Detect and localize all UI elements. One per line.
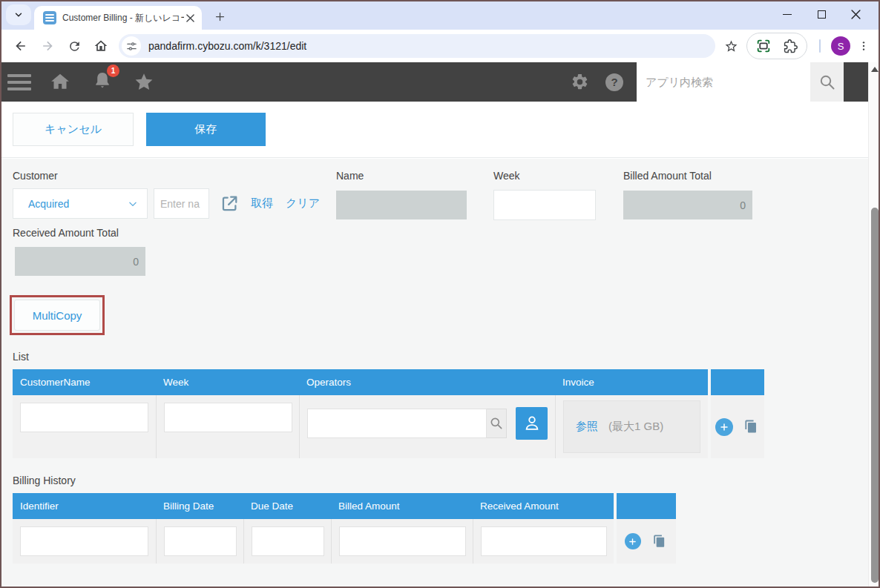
kintone-app-favicon — [43, 11, 56, 24]
billed-amount-total-field: 0 — [623, 191, 752, 219]
column-header: Due Date — [243, 493, 331, 519]
list-table-row: 参照 (最大1 GB) — [13, 395, 708, 458]
tab-search-button[interactable] — [6, 4, 31, 25]
browser-toolbar: pandafirm.cybozu.com/k/3121/edit S — [0, 30, 880, 62]
customer-name-lookup-input[interactable] — [154, 188, 209, 219]
multicopy-highlight-annotation: MultiCopy — [10, 295, 105, 335]
customer-status-value: Acquired — [28, 198, 128, 210]
search-button[interactable] — [810, 62, 844, 102]
site-settings-icon[interactable] — [122, 36, 141, 56]
invoice-attachment-zone: 参照 (最大1 GB) — [563, 400, 700, 453]
extensions-puzzle-icon[interactable] — [781, 37, 799, 55]
received-amount-total-label: Received Amount Total — [13, 227, 119, 239]
list-customername-input[interactable] — [20, 403, 148, 432]
browser-tab[interactable]: Customer Billing - 新しいレコード — [34, 6, 202, 30]
minimize-button[interactable] — [770, 3, 804, 25]
gear-icon[interactable] — [571, 73, 589, 91]
notification-badge: 1 — [107, 65, 119, 77]
column-header: Received Amount — [473, 493, 614, 519]
copy-row-icon[interactable] — [651, 532, 669, 550]
window-controls — [770, 3, 873, 25]
bh-billing-date-input[interactable] — [164, 526, 237, 556]
lookup-fetch-link[interactable]: 取得 — [251, 196, 273, 211]
week-input[interactable] — [493, 190, 596, 220]
forward-icon[interactable] — [37, 36, 58, 56]
column-header: Billed Amount — [331, 493, 473, 519]
favorites-star-icon[interactable] — [134, 72, 154, 93]
back-icon[interactable] — [10, 36, 31, 56]
billed-amount-total-label: Billed Amount Total — [623, 170, 752, 182]
app-search-input[interactable] — [637, 62, 810, 102]
invoice-size-limit: (最大1 GB) — [608, 420, 663, 434]
copy-row-icon[interactable] — [743, 418, 761, 436]
home-icon[interactable] — [91, 36, 111, 56]
list-table-header: CustomerName Week Operators Invoice — [13, 369, 708, 395]
invoice-browse-link[interactable]: 参照 — [576, 420, 598, 434]
address-bar[interactable]: pandafirm.cybozu.com/k/3121/edit — [119, 34, 715, 58]
hamburger-menu-icon[interactable] — [7, 74, 31, 90]
received-amount-total-field: 0 — [15, 247, 145, 276]
reload-icon[interactable] — [64, 36, 85, 56]
bh-received-amount-input[interactable] — [481, 526, 607, 556]
multicopy-button[interactable]: MultiCopy — [14, 300, 100, 331]
close-window-button[interactable] — [838, 3, 873, 25]
bh-billed-amount-input[interactable] — [339, 526, 466, 556]
billing-history-row — [13, 519, 614, 564]
billing-history-table: Identifier Billing Date Due Date Billed … — [13, 493, 676, 564]
toolbar-extensions-pill — [746, 33, 807, 59]
column-header: Billing Date — [156, 493, 243, 519]
tab-title: Customer Billing - 新しいレコード — [62, 12, 184, 24]
column-header: Week — [156, 369, 299, 395]
url-text: pandafirm.cybozu.com/k/3121/edit — [148, 40, 708, 52]
record-form: Customer Acquired 取得 クリア Name Week Bille… — [0, 159, 868, 588]
chevron-down-icon — [13, 10, 24, 20]
page-scrollbar[interactable] — [868, 62, 880, 588]
record-action-bar: キャンセル 保存 — [0, 102, 868, 158]
save-button[interactable]: 保存 — [146, 113, 266, 146]
maximize-button[interactable] — [804, 3, 838, 25]
column-header: Invoice — [555, 369, 708, 395]
list-operators-input[interactable] — [307, 409, 487, 438]
column-header: Identifier — [13, 493, 156, 519]
week-label: Week — [493, 170, 596, 182]
billing-history-row-actions — [617, 493, 676, 564]
notifications-bell-icon[interactable]: 1 — [92, 70, 113, 94]
list-row-actions — [711, 369, 764, 458]
open-in-new-window-icon[interactable] — [220, 194, 240, 214]
new-tab-button[interactable] — [211, 7, 229, 25]
portal-home-icon[interactable] — [49, 71, 71, 93]
list-section-title: List — [13, 351, 29, 363]
name-readonly-field — [336, 191, 467, 219]
add-row-icon[interactable] — [715, 418, 733, 436]
profile-avatar[interactable]: S — [831, 36, 850, 56]
lookup-clear-link[interactable]: クリア — [286, 196, 320, 211]
bookmark-star-icon[interactable] — [721, 36, 741, 56]
list-week-input[interactable] — [164, 403, 292, 432]
browser-tab-strip: Customer Billing - 新しいレコード — [0, 0, 880, 30]
column-header: Operators — [299, 369, 555, 395]
billing-history-header: Identifier Billing Date Due Date Billed … — [13, 493, 614, 519]
help-icon[interactable]: ? — [605, 73, 623, 91]
list-table: CustomerName Week Operators Invoice — [13, 369, 764, 458]
toolbar-separator — [819, 39, 821, 53]
bh-due-date-input[interactable] — [252, 526, 324, 556]
column-header: CustomerName — [13, 369, 156, 395]
user-search-icon[interactable] — [487, 409, 507, 438]
billing-history-section-title: Billing History — [13, 475, 76, 486]
bh-identifier-input[interactable] — [20, 526, 148, 556]
add-row-icon[interactable] — [625, 533, 641, 549]
customer-label: Customer — [13, 170, 58, 182]
app-search-box — [637, 62, 844, 102]
cancel-button[interactable]: キャンセル — [13, 113, 134, 146]
tab-close-icon[interactable] — [184, 12, 196, 24]
scrollbar-thumb[interactable] — [871, 208, 879, 583]
browser-menu-kebab-icon[interactable] — [855, 37, 873, 55]
chevron-down-icon — [128, 199, 138, 209]
app-header: 1 ? — [0, 62, 868, 102]
screenshot-capture-icon[interactable] — [755, 37, 772, 55]
scroll-up-arrow-icon[interactable] — [871, 67, 879, 72]
user-picker-icon[interactable] — [516, 407, 548, 440]
name-label: Name — [336, 170, 467, 182]
customer-status-dropdown[interactable]: Acquired — [13, 188, 148, 219]
